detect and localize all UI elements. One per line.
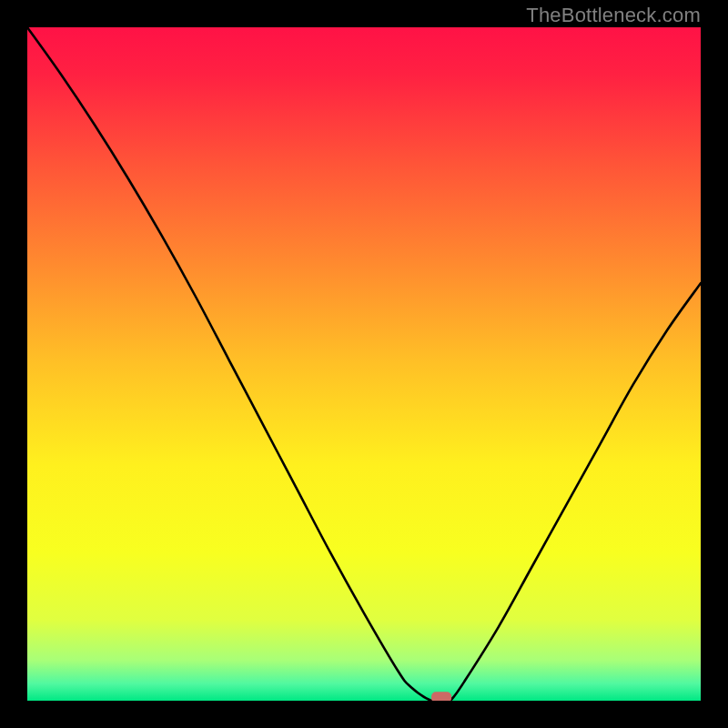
bottleneck-chart xyxy=(27,27,701,701)
chart-container: TheBottleneck.com xyxy=(0,0,728,728)
watermark-label: TheBottleneck.com xyxy=(526,4,701,27)
gradient-background xyxy=(27,27,701,701)
optimum-marker xyxy=(431,692,451,701)
